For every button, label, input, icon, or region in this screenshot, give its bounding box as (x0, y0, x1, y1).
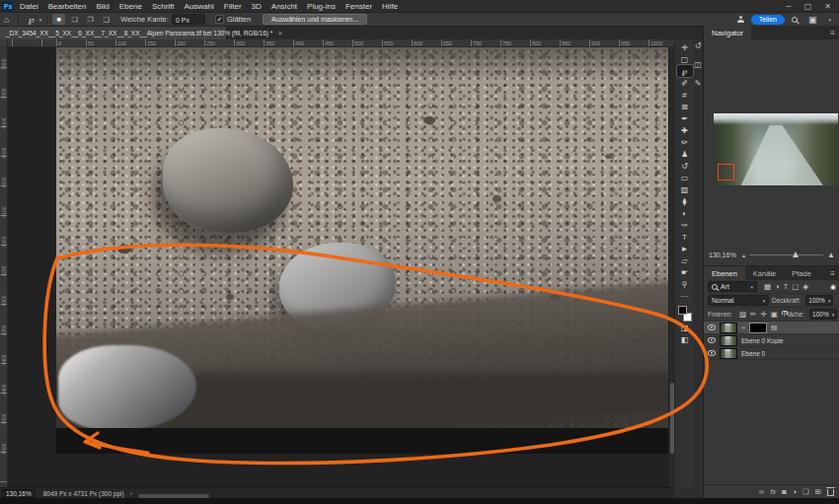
edit-toolbar-button[interactable]: ⋯ (677, 290, 693, 302)
filter-adjustment-layers-icon[interactable]: ◑ (775, 282, 780, 291)
frame-tool[interactable]: ⊠ (677, 101, 693, 112)
document-image[interactable] (56, 47, 668, 428)
pen-tool[interactable]: ✑ (677, 219, 693, 231)
hand-tool[interactable]: ☛ (677, 266, 693, 278)
tab-navigator[interactable]: Navigator (704, 26, 751, 39)
navigator-thumbnail[interactable] (714, 113, 838, 185)
screen-mode-button[interactable]: ◧ (677, 333, 693, 345)
menu-item-bild[interactable]: Bild (96, 2, 109, 11)
home-icon[interactable]: ⌂ (0, 14, 13, 26)
zoom-in-icon[interactable]: ▲ (827, 251, 835, 259)
move-tool[interactable]: ✛ (677, 41, 693, 53)
fill-input[interactable]: 100% ▾ (809, 309, 837, 320)
layer-visibility-icon[interactable] (708, 350, 716, 356)
layer-visibility-icon[interactable] (708, 324, 716, 330)
close-button[interactable]: ✕ (824, 2, 831, 11)
brushes-panel-icon[interactable]: ✎ (695, 79, 702, 88)
menu-item-schrift[interactable]: Schrift (152, 2, 175, 11)
lock-paint-icon[interactable]: ✏ (750, 310, 756, 319)
minimize-button[interactable]: ─ (786, 2, 792, 11)
workspace-icon[interactable]: ▣ (804, 14, 821, 26)
menu-item-plug-ins[interactable]: Plug-ins (307, 2, 336, 11)
menu-item-filter[interactable]: Filter (224, 2, 242, 11)
maximize-button[interactable]: ▢ (804, 2, 812, 11)
lock-position-icon[interactable]: ✛ (760, 310, 766, 319)
new-layer-icon[interactable]: ⊞ (815, 487, 821, 496)
history-panel-icon[interactable]: ↺ (695, 41, 702, 50)
menu-item-datei[interactable]: Datei (20, 2, 38, 11)
gradient-tool[interactable]: ▨ (677, 183, 693, 195)
brush-tool[interactable]: ✏ (677, 136, 693, 148)
clone-stamp-tool[interactable]: ♟ (677, 148, 693, 160)
eraser-tool[interactable]: ▭ (677, 172, 693, 183)
menu-item-bearbeiten[interactable]: Bearbeiten (48, 2, 87, 11)
menu-item-3d[interactable]: 3D (252, 2, 262, 11)
lock-transparency-icon[interactable]: ▨ (739, 310, 746, 319)
filter-smart-objects-icon[interactable]: ◈ (802, 282, 808, 291)
foreground-color-swatch[interactable] (678, 306, 687, 315)
menu-item-ebene[interactable]: Ebene (119, 2, 142, 11)
adjustment-layer-icon[interactable]: ◑ (792, 487, 797, 496)
layer-style-icon[interactable]: fx (770, 488, 775, 495)
layer-thumbnail[interactable] (720, 348, 737, 359)
new-group-icon[interactable]: ❏ (802, 487, 809, 496)
layer-name[interactable]: Ebene 0 (741, 350, 765, 357)
layer-row[interactable]: Ebene 0 Kopie (704, 334, 839, 347)
layer-row[interactable]: ∞fill (704, 322, 839, 334)
share-user-icon[interactable] (737, 16, 744, 23)
shape-tool[interactable]: ▱ (677, 254, 693, 266)
lock-artboard-icon[interactable]: ▣ (771, 310, 778, 319)
zoom-tool[interactable]: ⚲ (677, 278, 693, 290)
panel-menu-icon[interactable]: ≡ (825, 266, 839, 280)
add-layer-mask-icon[interactable]: ◙ (782, 487, 787, 496)
filter-type-layers-icon[interactable]: T (784, 282, 789, 291)
share-button[interactable]: Teilen (751, 15, 785, 25)
layer-thumbnail[interactable] (720, 335, 737, 346)
canvas-area[interactable]: 0501001502002503003504004505005506006507… (0, 39, 674, 487)
intersect-selection-button[interactable]: ❑ (100, 14, 113, 25)
layer-row[interactable]: Ebene 0 (704, 347, 839, 360)
tab-pfade[interactable]: Pfade (784, 266, 819, 280)
lasso-tool-icon[interactable]: ℘ (24, 14, 38, 26)
filter-kind-combo[interactable]: Art ▾ (708, 281, 757, 292)
layer-mask-thumbnail[interactable] (749, 323, 767, 333)
marquee-tool[interactable]: ▢ (677, 53, 693, 65)
document-tab[interactable]: _DX_3454_XX__5_XX__6_XX__7_XX__8_XX__Alp… (0, 27, 227, 39)
layer-name[interactable]: Ebene 0 Kopie (741, 337, 784, 344)
lasso-tool[interactable]: ℘ (677, 65, 693, 77)
select-and-mask-button[interactable]: Auswählen und maskieren... (263, 14, 367, 25)
search-icon[interactable] (792, 17, 798, 23)
navigator-zoom-slider[interactable] (749, 254, 823, 255)
menu-item-fenster[interactable]: Fenster (345, 2, 372, 11)
color-swatches[interactable] (677, 304, 693, 322)
history-brush-tool[interactable]: ↺ (677, 160, 693, 172)
blur-tool[interactable]: ⧫ (677, 195, 693, 207)
filter-pixel-layers-icon[interactable]: ▦ (764, 282, 771, 291)
opacity-input[interactable]: 100% ▾ (805, 295, 833, 306)
link-layers-icon[interactable]: ∞ (759, 487, 764, 496)
navigator-zoom-value[interactable]: 130,16% (709, 252, 738, 258)
layer-thumbnail[interactable] (720, 323, 737, 333)
tab-kanäle[interactable]: Kanäle (745, 266, 784, 280)
tab-ebenen[interactable]: Ebenen (704, 266, 745, 280)
menu-item-ansicht[interactable]: Ansicht (271, 2, 297, 11)
healing-brush-tool[interactable]: ✚ (677, 124, 693, 136)
properties-panel-icon[interactable]: ◫ (694, 60, 702, 69)
eyedropper-tool[interactable]: ✒ (677, 112, 693, 124)
tab-close-icon[interactable]: ✕ (277, 30, 282, 36)
feather-input[interactable]: 0 Px (172, 14, 205, 25)
subtract-from-selection-button[interactable]: ❐ (84, 14, 97, 25)
blend-mode-select[interactable]: Normal ▾ (708, 295, 769, 306)
mask-link-icon[interactable]: ∞ (741, 324, 745, 330)
status-expander-icon[interactable]: › (130, 490, 132, 497)
layer-name[interactable]: fill (771, 324, 777, 331)
filter-toggle[interactable]: ◉ (830, 283, 836, 291)
quick-selection-tool[interactable]: ✐ (677, 77, 693, 89)
delete-layer-icon[interactable] (827, 489, 834, 496)
antialias-checkbox[interactable]: ✓ (215, 15, 224, 24)
type-tool[interactable]: T (677, 231, 693, 243)
filter-shape-layers-icon[interactable]: ▢ (792, 282, 799, 291)
add-to-selection-button[interactable]: ❏ (68, 14, 81, 25)
panel-menu-icon[interactable]: ≡ (825, 26, 839, 39)
layer-visibility-icon[interactable] (708, 337, 716, 343)
